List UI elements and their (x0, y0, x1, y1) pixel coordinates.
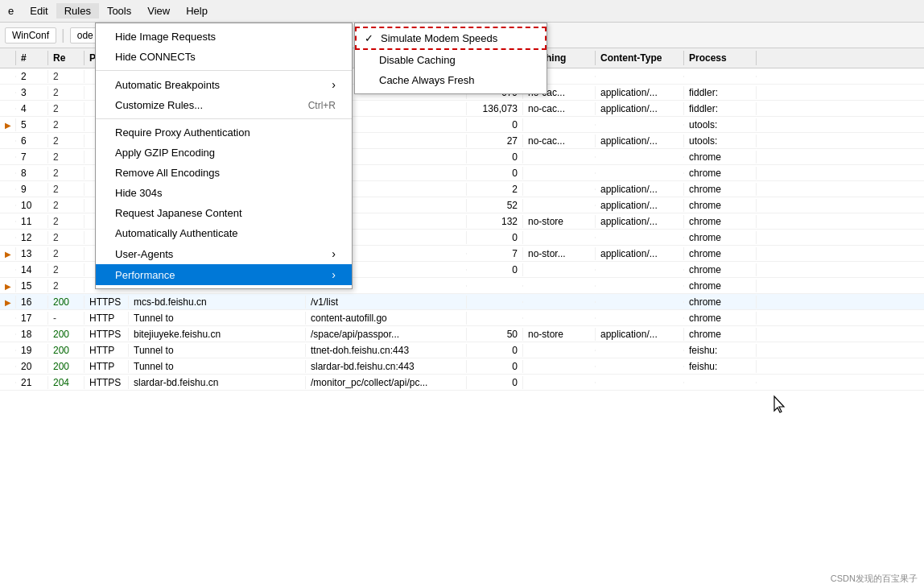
menu-auto-auth[interactable]: Automatically Authenticate (96, 223, 352, 243)
menu-file[interactable]: e (0, 3, 22, 19)
row-host: Tunnel to (129, 360, 306, 373)
menu-auto-breakpoints[interactable]: Automatic Breakpoints (96, 74, 352, 95)
row-body: 0 (467, 376, 523, 389)
menu-view[interactable]: View (139, 3, 178, 19)
row-body: 27 (467, 135, 523, 147)
performance-submenu: Simulate Modem Speeds Disable Caching Ca… (354, 23, 547, 94)
row-result: 200 (48, 296, 85, 308)
menu-gzip[interactable]: Apply GZIP Encoding (96, 143, 352, 163)
row-num: 11 (16, 215, 48, 228)
row-proto: HTTPS (85, 376, 129, 389)
table-row[interactable]: 20 200 HTTP Tunnel to slardar-bd.feishu.… (0, 358, 924, 375)
menu-edit[interactable]: Edit (22, 3, 56, 19)
row-arrow: ▶ (0, 280, 16, 292)
row-body: 2 (467, 183, 523, 196)
row-body: 0 (467, 118, 523, 131)
row-process: chrome (684, 263, 757, 276)
row-caching (523, 124, 596, 126)
row-process: chrome (684, 231, 757, 244)
row-result: 2 (48, 151, 85, 164)
table-row[interactable]: 21 204 HTTPS slardar-bd.feishu.cn /monit… (0, 375, 924, 391)
row-result: 2 (48, 118, 85, 131)
row-arrow (0, 350, 16, 351)
row-proto: HTTPS (85, 296, 129, 308)
row-ctype (596, 269, 684, 271)
row-url: content-autofill.go (306, 312, 467, 325)
row-arrow (0, 382, 16, 383)
row-arrow (0, 221, 16, 222)
row-num: 7 (16, 151, 48, 164)
menu-help[interactable]: Help (178, 3, 216, 19)
menu-disable-caching[interactable]: Disable Caching (355, 50, 547, 70)
table-row[interactable]: ▶ 16 200 HTTPS mcs-bd.feishu.cn /v1/list… (0, 294, 924, 310)
row-arrow (0, 237, 16, 238)
table-row[interactable]: 19 200 HTTP Tunnel to ttnet-doh.feishu.c… (0, 342, 924, 358)
row-url: ttnet-doh.feishu.cn:443 (306, 344, 467, 357)
row-process (684, 382, 757, 383)
menu-sep-1 (96, 70, 352, 71)
menu-hide-304[interactable]: Hide 304s (96, 183, 352, 203)
row-body (467, 317, 523, 319)
row-result: 200 (48, 360, 85, 373)
row-process: feishu: (684, 344, 757, 357)
menu-performance[interactable]: Performance (96, 264, 352, 285)
rules-dropdown-menu: Hide Image Requests Hide CONNECTs Automa… (95, 23, 353, 289)
row-result: 2 (48, 167, 85, 180)
row-arrow (0, 188, 16, 190)
menu-customize-rules[interactable]: Customize Rules... Ctrl+R (96, 95, 352, 115)
menu-tools[interactable]: Tools (99, 3, 139, 19)
row-arrow (0, 156, 16, 158)
row-result: 2 (48, 215, 85, 228)
th-arrow (0, 51, 16, 65)
menu-user-agents[interactable]: User-Agents (96, 243, 352, 264)
menu-japanese[interactable]: Request Japanese Content (96, 203, 352, 223)
row-num: 19 (16, 344, 48, 357)
row-result: 2 (48, 70, 85, 83)
menu-simulate-modem[interactable]: Simulate Modem Speeds (355, 27, 547, 50)
menu-hide-image[interactable]: Hide Image Requests (96, 27, 352, 47)
menu-remove-enc[interactable]: Remove All Encodings (96, 163, 352, 183)
menu-hide-connects[interactable]: Hide CONNECTs (96, 47, 352, 67)
row-ctype (596, 285, 684, 287)
row-caching: no-store (523, 215, 596, 228)
row-process: chrome (684, 247, 757, 260)
row-body (467, 285, 523, 287)
row-result: 2 (48, 247, 85, 260)
row-caching (523, 156, 596, 158)
row-ctype (596, 350, 684, 351)
row-result: 2 (48, 135, 85, 147)
row-num: 12 (16, 231, 48, 244)
table-row[interactable]: 18 200 HTTPS bitejiuyeke.feishu.cn /spac… (0, 326, 924, 342)
th-process: Process (684, 51, 757, 65)
row-url: /v1/list (306, 296, 467, 308)
th-result: Re (48, 51, 85, 65)
row-arrow: ▶ (0, 296, 16, 308)
row-ctype (596, 156, 684, 158)
row-body: 136,073 (467, 102, 523, 115)
row-url: /space/api/passpor... (306, 328, 467, 341)
row-process: chrome (684, 280, 757, 292)
row-caching (523, 205, 596, 206)
row-ctype: application/... (596, 183, 684, 196)
row-body: 0 (467, 167, 523, 180)
row-body: 132 (467, 215, 523, 228)
row-result: 2 (48, 183, 85, 196)
row-num: 17 (16, 312, 48, 325)
menu-rules[interactable]: Rules (56, 3, 99, 19)
th-content-type: Content-Type (596, 51, 684, 65)
row-ctype (596, 317, 684, 319)
row-num: 13 (16, 247, 48, 260)
winconfig-btn[interactable]: WinConf (5, 27, 56, 43)
row-num: 15 (16, 280, 48, 292)
menu-cache-always-fresh[interactable]: Cache Always Fresh (355, 70, 547, 90)
row-caching (523, 366, 596, 367)
row-result: 2 (48, 263, 85, 276)
row-ctype: application/... (596, 86, 684, 99)
row-num: 9 (16, 183, 48, 196)
table-row[interactable]: 17 - HTTP Tunnel to content-autofill.go … (0, 310, 924, 326)
row-arrow (0, 140, 16, 142)
row-num: 21 (16, 376, 48, 389)
row-result: 2 (48, 86, 85, 99)
menu-require-auth[interactable]: Require Proxy Authentication (96, 122, 352, 143)
row-ctype (596, 301, 684, 303)
